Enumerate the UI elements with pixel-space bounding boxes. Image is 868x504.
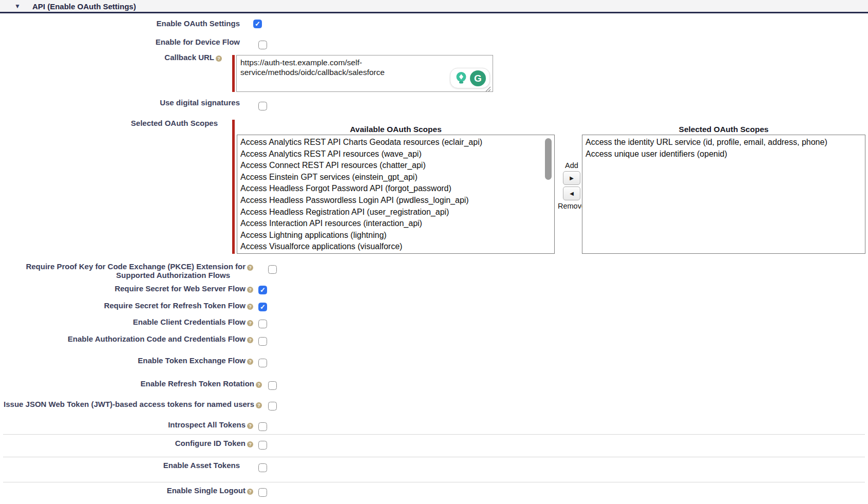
configure-id-token-label: Configure ID Token [0, 439, 253, 447]
list-item[interactable]: Access Headless Registration API (user_r… [237, 207, 554, 218]
help-icon[interactable] [247, 304, 253, 310]
enable-for-device-flow-checkbox[interactable] [258, 41, 267, 49]
divider [3, 457, 865, 457]
enable-single-logout-checkbox[interactable] [258, 488, 267, 497]
list-item[interactable]: Access the identity URL service (id, pro… [582, 137, 865, 148]
issue-jwt-tokens-label: Issue JSON Web Token (JWT)-based access … [0, 400, 262, 408]
browser-extension-pill: G [450, 68, 490, 88]
help-icon[interactable] [247, 287, 253, 293]
required-field-bar [232, 55, 235, 92]
require-secret-web-server-checkbox[interactable] [258, 286, 267, 294]
remove-scope-button[interactable]: ◀ [563, 186, 580, 200]
selected-scopes-listbox[interactable]: Access the identity URL service (id, pro… [582, 135, 865, 254]
list-item[interactable]: Access Visualforce applications (visualf… [237, 241, 554, 253]
enable-auth-code-credentials-checkbox[interactable] [258, 337, 267, 346]
enable-client-credentials-checkbox[interactable] [258, 320, 267, 328]
require-pkce-checkbox[interactable] [268, 265, 277, 274]
textarea-resize-handle[interactable] [485, 85, 491, 90]
required-field-bar [232, 120, 235, 254]
enable-token-exchange-checkbox[interactable] [258, 359, 267, 367]
help-icon[interactable] [216, 55, 222, 62]
selected-scopes-header: Selected OAuth Scopes [582, 125, 865, 134]
selected-oauth-scopes-label: Selected OAuth Scopes [0, 119, 218, 127]
help-icon[interactable] [247, 441, 253, 447]
scrollbar-thumb[interactable] [545, 138, 552, 180]
divider [3, 434, 865, 435]
available-scopes-listbox[interactable]: Access Analytics REST API Charts Geodata… [237, 135, 555, 254]
require-secret-refresh-token-label: Require Secret for Refresh Token Flow [0, 301, 253, 310]
require-secret-refresh-token-checkbox[interactable] [258, 303, 267, 311]
password-manager-bulb-icon[interactable] [454, 71, 468, 85]
help-icon[interactable] [247, 423, 253, 429]
enable-for-device-flow-label: Enable for Device Flow [0, 38, 240, 46]
enable-asset-tokens-label: Enable Asset Tokens [0, 461, 240, 470]
help-icon[interactable] [256, 402, 262, 408]
issue-jwt-tokens-checkbox[interactable] [268, 402, 277, 410]
help-icon[interactable] [247, 489, 253, 495]
list-item[interactable]: Access Connect REST API resources (chatt… [237, 160, 554, 172]
enable-refresh-token-rotation-checkbox[interactable] [268, 381, 277, 390]
configure-id-token-checkbox[interactable] [258, 441, 267, 450]
help-icon[interactable] [247, 359, 253, 365]
list-item[interactable]: Access unique user identifiers (openid) [582, 148, 865, 160]
list-item[interactable]: Access Interaction API resources (intera… [237, 218, 554, 230]
section-header: ▼ API (Enable OAuth Settings) [0, 0, 868, 13]
require-pkce-label: Require Proof Key for Code Exchange (PKC… [0, 262, 253, 271]
divider [3, 482, 865, 482]
callback-url-label: Callback URL [0, 53, 222, 62]
enable-oauth-settings-checkbox[interactable] [253, 20, 262, 28]
section-title: API (Enable OAuth Settings) [32, 2, 136, 11]
available-scopes-header: Available OAuth Scopes [237, 125, 555, 134]
enable-auth-code-credentials-label: Enable Authorization Code and Credential… [0, 334, 253, 343]
enable-refresh-token-rotation-label: Enable Refresh Token Rotation [0, 379, 262, 388]
enable-oauth-settings-label: Enable OAuth Settings [0, 19, 240, 28]
add-scope-button[interactable]: ▶ [563, 171, 580, 185]
enable-token-exchange-label: Enable Token Exchange Flow [0, 356, 253, 365]
require-pkce-label-line2: Supported Authorization Flows [0, 271, 230, 279]
enable-single-logout-label: Enable Single Logout [0, 486, 253, 495]
collapse-triangle-icon[interactable]: ▼ [14, 2, 21, 10]
list-item[interactable]: Access Einstein GPT services (einstein_g… [237, 172, 554, 183]
list-item[interactable]: Access Lightning applications (lightning… [237, 230, 554, 241]
list-item[interactable]: Access Analytics REST API resources (wav… [237, 148, 554, 160]
help-icon[interactable] [247, 320, 253, 326]
oauth-settings-section: ▼ API (Enable OAuth Settings) Enable OAu… [0, 0, 868, 504]
enable-client-credentials-label: Enable Client Credentials Flow [0, 318, 253, 326]
list-item[interactable]: Access Headless Passwordless Login API (… [237, 195, 554, 207]
introspect-all-tokens-checkbox[interactable] [258, 422, 267, 431]
use-digital-signatures-label: Use digital signatures [0, 98, 240, 107]
use-digital-signatures-checkbox[interactable] [258, 102, 267, 110]
require-secret-web-server-label: Require Secret for Web Server Flow [0, 284, 253, 293]
list-item[interactable]: Access Analytics REST API Charts Geodata… [237, 137, 554, 148]
enable-asset-tokens-checkbox[interactable] [258, 463, 267, 472]
help-icon[interactable] [247, 337, 253, 343]
help-icon[interactable] [247, 265, 253, 271]
introspect-all-tokens-label: Introspect All Tokens [0, 420, 253, 429]
list-item[interactable]: Access Headless Forgot Password API (for… [237, 183, 554, 195]
help-icon[interactable] [256, 382, 262, 388]
grammarly-icon[interactable]: G [470, 70, 486, 86]
